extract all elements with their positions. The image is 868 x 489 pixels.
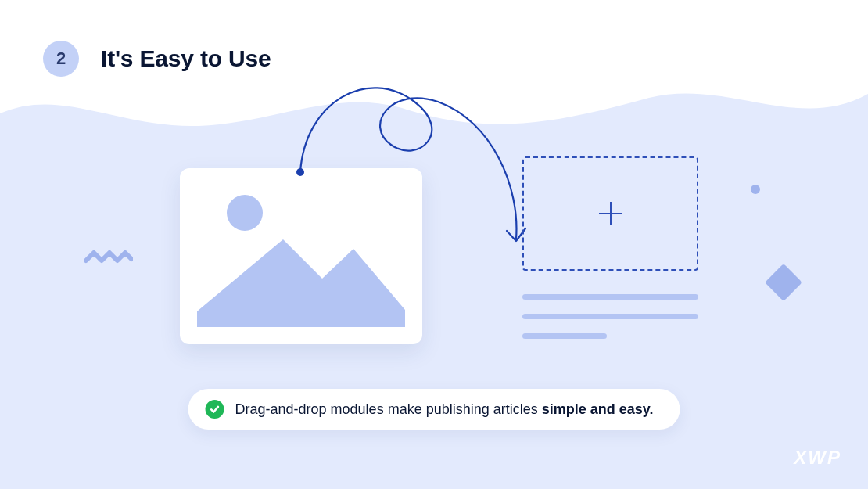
caption-prefix: Drag-and-drop modules make publishing ar… [235,401,542,417]
plus-icon [597,200,624,227]
caption-pill: Drag-and-drop modules make publishing ar… [188,389,680,430]
placeholder-line [522,333,607,339]
placeholder-line [522,294,698,300]
check-icon [206,400,224,419]
brand-logo: XWP [794,447,841,469]
placeholder-line [522,314,698,319]
drop-zone[interactable] [522,156,698,271]
slide-header: 2 It's Easy to Use [43,41,271,77]
step-number: 2 [56,49,66,69]
step-number-badge: 2 [43,41,79,77]
text-placeholder-lines [522,294,698,339]
caption-emphasis: simple and easy. [542,401,654,417]
drag-arrow-icon [289,70,540,266]
slide-title: It's Easy to Use [101,45,271,72]
squiggle-icon [84,239,133,270]
dot-icon [751,185,760,194]
caption-text: Drag-and-drop modules make publishing ar… [235,401,654,418]
diamond-icon [765,264,802,301]
